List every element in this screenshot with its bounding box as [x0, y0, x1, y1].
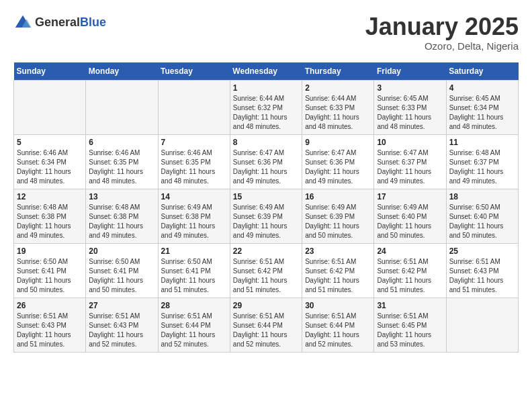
day-info: Sunrise: 6:45 AM Sunset: 6:34 PM Dayligh…	[449, 94, 515, 132]
calendar-cell	[446, 298, 518, 352]
day-number: 18	[449, 192, 515, 201]
day-number: 1	[233, 83, 299, 93]
weekday-header-saturday: Saturday	[446, 62, 518, 81]
weekday-header-sunday: Sunday	[14, 62, 86, 81]
calendar-cell: 29Sunrise: 6:51 AM Sunset: 6:44 PM Dayli…	[230, 298, 302, 352]
calendar-week-row: 12Sunrise: 6:48 AM Sunset: 6:38 PM Dayli…	[14, 189, 519, 243]
day-number: 24	[377, 246, 443, 256]
calendar-cell: 21Sunrise: 6:50 AM Sunset: 6:41 PM Dayli…	[158, 243, 230, 298]
day-number: 11	[449, 138, 515, 147]
calendar-cell: 10Sunrise: 6:47 AM Sunset: 6:37 PM Dayli…	[374, 134, 446, 189]
calendar-table: SundayMondayTuesdayWednesdayThursdayFrid…	[13, 62, 519, 353]
day-number: 29	[233, 301, 299, 310]
calendar-cell: 23Sunrise: 6:51 AM Sunset: 6:42 PM Dayli…	[302, 243, 374, 298]
day-number: 14	[161, 192, 227, 201]
day-number: 16	[305, 192, 371, 201]
title-section: January 2025 Ozoro, Delta, Nigeria	[365, 13, 519, 52]
day-number: 8	[233, 138, 299, 147]
day-info: Sunrise: 6:48 AM Sunset: 6:38 PM Dayligh…	[17, 203, 83, 240]
location: Ozoro, Delta, Nigeria	[365, 40, 519, 52]
day-number: 21	[161, 246, 227, 256]
day-number: 17	[377, 192, 443, 201]
calendar-cell: 3Sunrise: 6:45 AM Sunset: 6:33 PM Daylig…	[374, 80, 446, 134]
day-number: 9	[305, 138, 371, 147]
weekday-header-row: SundayMondayTuesdayWednesdayThursdayFrid…	[14, 62, 519, 81]
day-number: 6	[89, 138, 154, 147]
day-number: 13	[89, 192, 154, 201]
calendar-week-row: 19Sunrise: 6:50 AM Sunset: 6:41 PM Dayli…	[14, 243, 519, 298]
calendar-cell: 14Sunrise: 6:49 AM Sunset: 6:38 PM Dayli…	[158, 189, 230, 243]
day-number: 19	[17, 246, 83, 256]
day-info: Sunrise: 6:51 AM Sunset: 6:42 PM Dayligh…	[305, 257, 371, 295]
day-info: Sunrise: 6:44 AM Sunset: 6:32 PM Dayligh…	[233, 94, 299, 132]
calendar-cell: 13Sunrise: 6:48 AM Sunset: 6:38 PM Dayli…	[86, 189, 158, 243]
calendar-cell: 22Sunrise: 6:51 AM Sunset: 6:42 PM Dayli…	[230, 243, 302, 298]
day-info: Sunrise: 6:51 AM Sunset: 6:45 PM Dayligh…	[377, 312, 443, 349]
day-info: Sunrise: 6:46 AM Sunset: 6:35 PM Dayligh…	[89, 148, 154, 186]
day-info: Sunrise: 6:47 AM Sunset: 6:36 PM Dayligh…	[305, 148, 371, 186]
day-number: 4	[449, 83, 515, 93]
day-info: Sunrise: 6:46 AM Sunset: 6:34 PM Dayligh…	[17, 148, 83, 186]
day-number: 25	[449, 246, 515, 256]
calendar-cell: 19Sunrise: 6:50 AM Sunset: 6:41 PM Dayli…	[14, 243, 86, 298]
calendar-cell: 24Sunrise: 6:51 AM Sunset: 6:42 PM Dayli…	[374, 243, 446, 298]
logo-icon	[13, 13, 32, 32]
day-info: Sunrise: 6:51 AM Sunset: 6:42 PM Dayligh…	[377, 257, 443, 295]
calendar-cell: 26Sunrise: 6:51 AM Sunset: 6:43 PM Dayli…	[14, 298, 86, 352]
calendar-cell: 1Sunrise: 6:44 AM Sunset: 6:32 PM Daylig…	[230, 80, 302, 134]
day-info: Sunrise: 6:51 AM Sunset: 6:43 PM Dayligh…	[89, 312, 154, 349]
calendar-cell: 4Sunrise: 6:45 AM Sunset: 6:34 PM Daylig…	[446, 80, 518, 134]
day-number: 23	[305, 246, 371, 256]
calendar-cell: 6Sunrise: 6:46 AM Sunset: 6:35 PM Daylig…	[86, 134, 158, 189]
day-number: 5	[17, 138, 83, 147]
day-number: 27	[89, 301, 154, 310]
day-number: 12	[17, 192, 83, 201]
day-info: Sunrise: 6:51 AM Sunset: 6:44 PM Dayligh…	[161, 312, 227, 349]
day-info: Sunrise: 6:45 AM Sunset: 6:33 PM Dayligh…	[377, 94, 443, 132]
day-info: Sunrise: 6:48 AM Sunset: 6:38 PM Dayligh…	[89, 203, 154, 240]
day-info: Sunrise: 6:46 AM Sunset: 6:35 PM Dayligh…	[161, 148, 227, 186]
day-info: Sunrise: 6:50 AM Sunset: 6:40 PM Dayligh…	[449, 203, 515, 240]
day-info: Sunrise: 6:49 AM Sunset: 6:38 PM Dayligh…	[161, 203, 227, 240]
weekday-header-tuesday: Tuesday	[158, 62, 230, 81]
day-info: Sunrise: 6:50 AM Sunset: 6:41 PM Dayligh…	[89, 257, 154, 295]
day-number: 10	[377, 138, 443, 147]
calendar-week-row: 26Sunrise: 6:51 AM Sunset: 6:43 PM Dayli…	[14, 298, 519, 352]
calendar-cell: 8Sunrise: 6:47 AM Sunset: 6:36 PM Daylig…	[230, 134, 302, 189]
calendar-cell: 28Sunrise: 6:51 AM Sunset: 6:44 PM Dayli…	[158, 298, 230, 352]
calendar-cell: 31Sunrise: 6:51 AM Sunset: 6:45 PM Dayli…	[374, 298, 446, 352]
calendar-cell: 2Sunrise: 6:44 AM Sunset: 6:33 PM Daylig…	[302, 80, 374, 134]
weekday-header-monday: Monday	[86, 62, 158, 81]
day-number: 31	[377, 301, 443, 310]
calendar-cell: 30Sunrise: 6:51 AM Sunset: 6:44 PM Dayli…	[302, 298, 374, 352]
calendar-week-row: 5Sunrise: 6:46 AM Sunset: 6:34 PM Daylig…	[14, 134, 519, 189]
calendar-cell: 12Sunrise: 6:48 AM Sunset: 6:38 PM Dayli…	[14, 189, 86, 243]
day-info: Sunrise: 6:50 AM Sunset: 6:41 PM Dayligh…	[17, 257, 83, 295]
logo-text-blue: Blue	[80, 15, 106, 29]
day-number: 2	[305, 83, 371, 93]
day-info: Sunrise: 6:51 AM Sunset: 6:42 PM Dayligh…	[233, 257, 299, 295]
day-number: 30	[305, 301, 371, 310]
day-info: Sunrise: 6:44 AM Sunset: 6:33 PM Dayligh…	[305, 94, 371, 132]
day-info: Sunrise: 6:51 AM Sunset: 6:43 PM Dayligh…	[17, 312, 83, 349]
calendar-cell	[86, 80, 158, 134]
calendar-cell: 15Sunrise: 6:49 AM Sunset: 6:39 PM Dayli…	[230, 189, 302, 243]
weekday-header-thursday: Thursday	[302, 62, 374, 81]
day-info: Sunrise: 6:47 AM Sunset: 6:37 PM Dayligh…	[377, 148, 443, 186]
calendar-cell: 17Sunrise: 6:49 AM Sunset: 6:40 PM Dayli…	[374, 189, 446, 243]
day-info: Sunrise: 6:49 AM Sunset: 6:40 PM Dayligh…	[377, 203, 443, 240]
calendar-cell: 7Sunrise: 6:46 AM Sunset: 6:35 PM Daylig…	[158, 134, 230, 189]
calendar-cell: 5Sunrise: 6:46 AM Sunset: 6:34 PM Daylig…	[14, 134, 86, 189]
day-info: Sunrise: 6:51 AM Sunset: 6:44 PM Dayligh…	[305, 312, 371, 349]
calendar-cell: 20Sunrise: 6:50 AM Sunset: 6:41 PM Dayli…	[86, 243, 158, 298]
day-number: 28	[161, 301, 227, 310]
logo-text-general: General	[35, 15, 80, 29]
calendar-cell: 18Sunrise: 6:50 AM Sunset: 6:40 PM Dayli…	[446, 189, 518, 243]
page-header: GeneralBlue January 2025 Ozoro, Delta, N…	[13, 13, 519, 52]
day-info: Sunrise: 6:49 AM Sunset: 6:39 PM Dayligh…	[233, 203, 299, 240]
calendar-cell: 16Sunrise: 6:49 AM Sunset: 6:39 PM Dayli…	[302, 189, 374, 243]
calendar-cell: 25Sunrise: 6:51 AM Sunset: 6:43 PM Dayli…	[446, 243, 518, 298]
calendar-cell: 27Sunrise: 6:51 AM Sunset: 6:43 PM Dayli…	[86, 298, 158, 352]
day-number: 26	[17, 301, 83, 310]
day-number: 22	[233, 246, 299, 256]
